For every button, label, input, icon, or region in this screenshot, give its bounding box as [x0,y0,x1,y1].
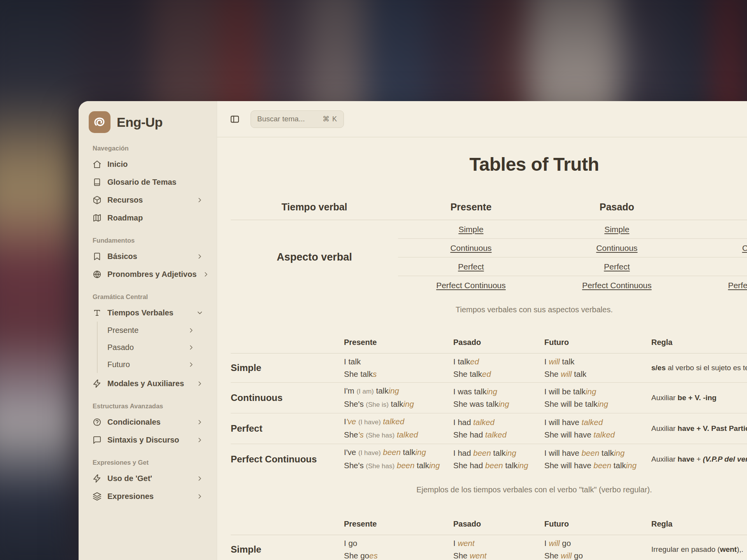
verb-example-line: She will have talked [544,429,641,441]
layers-icon [93,492,102,501]
verb-example-line: I'm (I am) talking [344,385,443,398]
sidebar-item-glosario-de-temas[interactable]: Glosario de Temas [88,173,207,191]
sidebar-item-sintaxis-y-discurso[interactable]: Sintaxis y Discurso [88,431,207,449]
verb-cell: I had been talkingShe had been talking [453,444,544,474]
verb-example-line: I will be talking [544,385,641,398]
verb-example-line: I was talking [453,385,534,398]
verb-row-label: Continuous [231,382,344,413]
sidebar-section-label: Fundamentos [93,237,207,244]
sidebar-subitem-pasado[interactable]: Pasado [98,339,207,356]
sidebar-item-label: Sintaxis y Discurso [107,436,179,444]
verb-example-line: I talked [453,355,534,368]
sidebar-section-label: Estructuras Avanzadas [93,402,207,410]
zap-icon [93,474,102,483]
aspect-link-perfect[interactable]: Perfect [604,262,630,271]
verb-cell: Auxiliar have + V. Past Participle [651,413,747,444]
verb-cell: I goShe goes [344,535,453,560]
aspect-link-perfect-continuous[interactable]: Perfect Continuous [728,281,747,290]
verb-table-header-futuro: Futuro [544,333,651,354]
sidebar-item-roadmap[interactable]: Roadmap [88,209,207,227]
sidebar-item-recursos[interactable]: Recursos [88,191,207,209]
sidebar-subitem-presente[interactable]: Presente [98,322,207,339]
sidebar-section: FundamentosBásicosPronombres y Adjetivos [88,237,207,283]
chevron-right-icon [196,436,203,444]
bookmark-icon [93,252,102,261]
chevron-right-icon [196,380,203,387]
verb-example-line: Irregular en pasado (went),. [651,543,747,556]
verb-example-line: Auxiliar have + V. Past Participle [651,422,747,435]
verb-cell: I've (I have) been talkingShe's (She has… [344,444,453,474]
aspect-table-tense-header: Pasado [544,197,690,220]
main-area: Buscar tema... ⌘ K Tables of Truth Tiemp… [217,101,747,560]
sidebar-item-label: Uso de 'Get' [107,474,152,483]
verb-cell: I will talkShe will talk [544,354,651,382]
verb-row-label: Perfect [231,413,344,444]
sidebar-item-label: Pronombres y Adjetivos [107,270,196,279]
message-square-icon [93,436,102,444]
app-name: Eng-Up [117,115,163,130]
verb-tense-table: PresentePasadoFuturoReglaSimpleI goShe g… [231,515,747,560]
verb-example-line: I will talk [544,355,641,368]
sidebar-item-pronombres-y-adjetivos[interactable]: Pronombres y Adjetivos [88,265,207,283]
verb-table-corner [231,333,344,354]
verb-cell: I'm (I am) talkingShe's (She is) talking [344,382,453,413]
aspect-link-simple[interactable]: Simple [458,225,483,234]
verb-example-line: She was talking [453,398,534,410]
help-circle-icon [93,418,102,427]
sidebar-item-tiempos-verbales[interactable]: Tiempos Verbales [88,304,207,322]
aspect-cell: Continuous [398,238,544,257]
verb-example-line: I talk [344,355,443,368]
sidebar-item-label: Modales y Auxiliares [107,379,184,388]
aspect-link-continuous[interactable]: Continuous [450,243,491,253]
aspect-table-caption: Tiempos verbales con sus aspectos verbal… [231,305,747,315]
aspect-link-continuous[interactable]: Continuous [742,243,747,253]
verb-example-line: Auxiliar have + (V.P.P del verbo “ [651,453,747,466]
sidebar-item-inicio[interactable]: Inicio [88,155,207,173]
verb-example-line: She will talk [544,368,641,380]
sidebar-item-condicionales[interactable]: Condicionales [88,413,207,431]
sidebar-item-uso-de-get[interactable]: Uso de 'Get' [88,469,207,487]
sidebar-item-label: Tiempos Verbales [107,308,174,317]
sidebar-subitem-futuro[interactable]: Futuro [98,356,207,373]
sidebar-item-basicos[interactable]: Básicos [88,247,207,265]
verb-example-line: I will have talked [544,416,641,429]
verb-table-header-regla: Regla [651,333,747,354]
sidebar-section-label: Navegación [93,145,207,152]
aspect-cell: Perfect Continuous [398,276,544,294]
sidebar-item-modales-y-auxiliares[interactable]: Modales y Auxiliares [88,374,207,392]
sidebar-subitem-label: Presente [107,326,139,335]
sidebar-item-expresiones[interactable]: Expresiones [88,487,207,505]
search-input[interactable]: Buscar tema... ⌘ K [251,110,344,128]
verb-table-header-presente: Presente [344,333,453,354]
aspect-link-perfect-continuous[interactable]: Perfect Continuous [436,281,506,290]
verb-table-header-presente: Presente [344,515,453,535]
aspect-cell: Continuous [690,238,747,257]
aspect-cell: Perfect Continuous [690,276,747,294]
verb-example-line: I had talked [453,416,534,429]
verb-example-line: She went [453,550,534,560]
verb-example-line: She had talked [453,429,534,441]
sidebar-item-label: Roadmap [107,214,143,222]
sidebar-item-label: Básicos [107,252,137,261]
globe-icon [93,270,102,279]
sidebar-section-label: Gramática Central [93,293,207,301]
chevron-right-icon [188,327,195,334]
aspect-link-simple[interactable]: Simple [604,225,629,234]
verb-table-header-regla: Regla [651,515,747,535]
aspect-table-tense-header: Presente [398,197,544,220]
aspect-link-continuous[interactable]: Continuous [596,243,637,253]
content-wrapper: Tables of Truth Tiempo verbalPresentePas… [231,137,747,560]
chevron-right-icon [196,196,203,204]
aspect-link-perfect[interactable]: Perfect [458,262,484,271]
aspect-link-perfect-continuous[interactable]: Perfect Continuous [582,281,652,290]
sidebar-nav: NavegaciónInicioGlosario de TemasRecurso… [88,145,207,505]
zap-icon [93,379,102,388]
aspect-table-tense-header: Futuro [690,197,747,220]
verb-example-line: She talked [453,368,534,380]
verb-example-line: I went [453,537,534,550]
verb-cell: s/es al verbo si el sujeto es terce [651,354,747,382]
chevron-right-icon [196,253,203,260]
content: Tables of Truth Tiempo verbalPresentePas… [217,137,747,560]
aspect-table-row-header: Aspecto verbal [231,220,398,294]
sidebar-toggle-icon[interactable] [228,112,241,126]
